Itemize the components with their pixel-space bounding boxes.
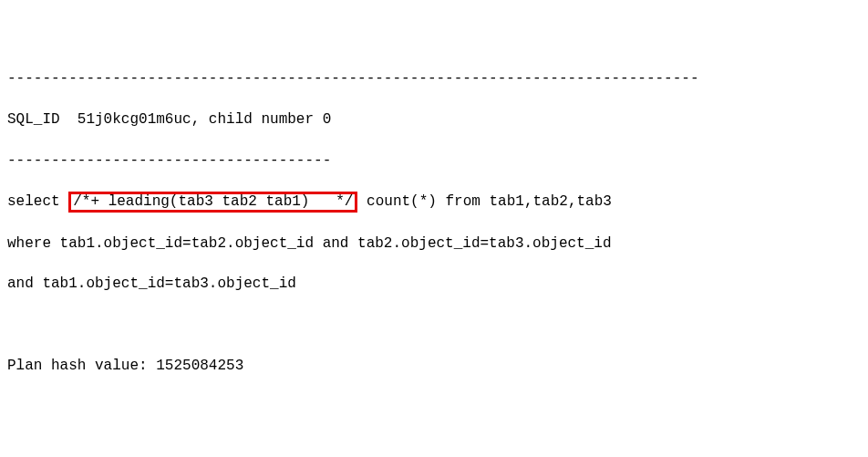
optimizer-hint-highlight: /*+ leading(tab3 tab2 tab1) */ xyxy=(68,192,357,213)
blank-line-2 xyxy=(7,397,861,417)
sql-text-line-3: and tab1.object_id=tab3.object_id xyxy=(7,274,861,294)
sql-id-line: SQL_ID 51j0kcg01m6uc, child number 0 xyxy=(7,109,861,130)
sql-text-line-1: select /*+ leading(tab3 tab2 tab1) */ co… xyxy=(7,192,861,213)
sql-select-rest-line1: count(*) from tab1,tab2,tab3 xyxy=(357,193,611,210)
dash-divider-short: ------------------------------------- xyxy=(7,151,861,171)
blank-line-1 xyxy=(7,315,861,335)
execution-plan-table: ----------------------------------------… xyxy=(7,437,861,457)
plan-hash-value: Plan hash value: 1525084253 xyxy=(7,356,861,376)
dash-divider-top: ----------------------------------------… xyxy=(7,68,861,88)
sql-select-prefix: select xyxy=(7,193,68,210)
sql-text-line-2: where tab1.object_id=tab2.object_id and … xyxy=(7,234,861,254)
